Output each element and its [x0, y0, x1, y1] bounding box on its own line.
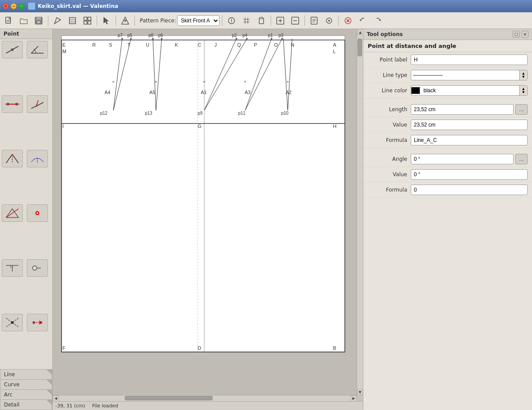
svg-line-57 — [6, 209, 18, 218]
svg-text:p6: p6 — [158, 33, 163, 38]
line-type-arrow[interactable]: ▲ ▼ — [519, 70, 527, 80]
svg-point-37 — [328, 20, 330, 22]
details-mode-button[interactable] — [65, 14, 80, 28]
angle-formula-button[interactable]: … — [515, 154, 528, 164]
svg-point-70 — [11, 321, 14, 324]
tool-grid — [0, 39, 52, 369]
close-button[interactable]: × — [3, 3, 9, 9]
point-section-header: Point — [0, 29, 52, 39]
svg-point-139 — [287, 81, 289, 83]
inspect-button[interactable] — [224, 14, 239, 28]
close-active-button[interactable] — [341, 14, 355, 28]
panel-close-button[interactable]: × — [521, 31, 528, 38]
pattern-piece-select[interactable]: Skirt Front A — [177, 15, 220, 26]
bisector-tool[interactable] — [2, 150, 23, 167]
svg-text:p4: p4 — [242, 33, 248, 38]
svg-text:D: D — [198, 345, 201, 351]
page-setup-button[interactable] — [322, 14, 336, 28]
point-label-input[interactable] — [411, 54, 528, 65]
line-point-tool[interactable] — [2, 41, 23, 58]
angle-input[interactable] — [411, 154, 514, 164]
length-formula-input[interactable] — [411, 135, 528, 145]
add-pattern-piece-button[interactable] — [118, 14, 132, 28]
tab-detail[interactable]: Detail — [0, 399, 52, 410]
length-input[interactable] — [411, 104, 514, 115]
svg-text:A: A — [333, 42, 337, 47]
svg-point-134 — [244, 81, 246, 83]
canvas-scroll-container[interactable]: E A M L F B I H G D p7 p5 — [53, 29, 363, 401]
minimize-button[interactable]: − — [11, 3, 17, 9]
select-tool-button[interactable] — [99, 14, 113, 28]
open-file-button[interactable] — [17, 14, 31, 28]
length-formula-label: Formula — [368, 137, 407, 143]
maximize-button[interactable]: □ — [18, 3, 25, 9]
svg-rect-10 — [84, 17, 87, 20]
scroll-down-button[interactable]: ▼ — [357, 389, 363, 395]
angle-point-tool[interactable] — [27, 41, 48, 58]
svg-text:M: M — [62, 49, 66, 54]
scroll-thumb-h[interactable] — [125, 396, 213, 400]
grid-toggle-button[interactable] — [239, 14, 253, 28]
tab-line[interactable]: Line — [0, 369, 52, 379]
angle-formula-row: Formula — [363, 182, 532, 198]
svg-text:p9: p9 — [198, 111, 203, 116]
export-layout-button[interactable] — [288, 14, 302, 28]
tab-curve[interactable]: Curve — [0, 379, 52, 389]
canvas-area: E A M L F B I H G D p7 p5 — [53, 29, 363, 410]
new-file-button[interactable] — [2, 14, 16, 28]
curve-bisector-tool[interactable] — [27, 150, 48, 167]
layout-mode-button[interactable] — [80, 14, 94, 28]
line-color-row: Line color black red blue ▲ ▼ — [363, 83, 532, 98]
svg-text:F: F — [62, 345, 65, 351]
svg-line-53 — [12, 154, 18, 163]
intersect-tool[interactable] — [2, 314, 23, 331]
height-tool[interactable] — [2, 259, 23, 277]
svg-text:K: K — [175, 42, 178, 47]
separator-4 — [134, 15, 135, 26]
normal-tool[interactable] — [27, 95, 48, 113]
triangle-tool[interactable] — [2, 204, 23, 222]
svg-text:p3: p3 — [279, 33, 284, 38]
svg-text:p10: p10 — [281, 111, 289, 116]
panel-minimize-button[interactable]: □ — [513, 31, 520, 38]
line-color-arrow[interactable]: ▲ ▼ — [519, 86, 527, 95]
move-tool[interactable] — [27, 314, 48, 331]
svg-text:p7: p7 — [118, 33, 123, 38]
separator-6 — [271, 15, 271, 26]
pattern-svg[interactable]: E A M L F B I H G D p7 p5 — [53, 29, 357, 395]
scroll-right-button[interactable]: ▶ — [351, 395, 357, 402]
export-detail-button[interactable] — [273, 14, 287, 28]
angle-formula-input[interactable] — [411, 185, 528, 195]
draw-mode-button[interactable] — [51, 14, 65, 28]
length-value-input[interactable] — [411, 120, 528, 130]
length-formula-button[interactable]: … — [515, 104, 528, 115]
scroll-up-button[interactable]: ▲ — [357, 29, 363, 35]
svg-point-20 — [231, 22, 232, 22]
angle-value-input[interactable] — [411, 169, 528, 180]
along-line-tool[interactable] — [2, 95, 23, 113]
scroll-left-button[interactable]: ◀ — [53, 395, 59, 402]
point-on-curve-tool[interactable] — [27, 204, 48, 222]
svg-text:A1: A1 — [201, 90, 206, 95]
redo-button[interactable] — [371, 14, 385, 28]
svg-text:I: I — [62, 123, 64, 129]
window-title: Keiko_skirt.val — Valentina — [38, 3, 118, 9]
undo-button[interactable] — [356, 14, 370, 28]
clipboard-button[interactable] — [254, 14, 268, 28]
save-file-button[interactable] — [32, 14, 46, 28]
svg-text:p13: p13 — [145, 111, 152, 116]
line-color-select[interactable]: black red blue — [422, 86, 519, 95]
length-row: Length … — [363, 102, 532, 117]
horizontal-scrollbar[interactable]: ◀ ▶ — [53, 395, 357, 401]
svg-text:p1: p1 — [268, 33, 273, 38]
vertical-scrollbar[interactable]: ▲ ▼ — [357, 29, 363, 395]
svg-point-59 — [36, 212, 38, 214]
app-icon — [28, 3, 35, 10]
line-type-label: Line type — [368, 72, 407, 78]
page-info-button[interactable] — [307, 14, 321, 28]
pattern-canvas[interactable]: E A M L F B I H G D p7 p5 — [53, 29, 357, 395]
tab-arc[interactable]: Arc — [0, 389, 52, 399]
svg-line-52 — [6, 154, 12, 163]
operation-tool[interactable] — [27, 259, 48, 277]
line-type-select[interactable]: ──────── - - - - - ········· — [411, 70, 519, 80]
